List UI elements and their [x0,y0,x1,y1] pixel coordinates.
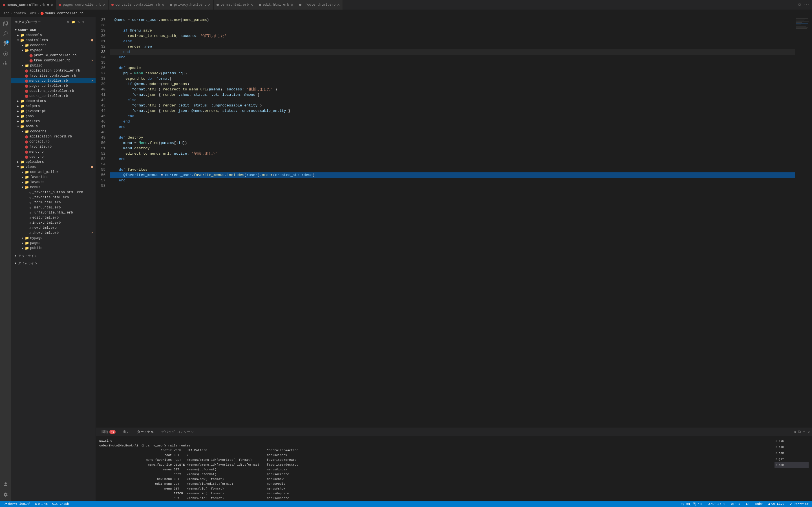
tab-menus-controller[interactable]: menus_controller.rb M ✕ [0,0,56,10]
collapse-button[interactable]: ⊟ [82,20,84,24]
sidebar-item-models[interactable]: ▼ 📂 models [11,124,96,129]
indentation-status[interactable]: スペース: 2 [706,502,726,506]
sidebar-item-models-concerns[interactable]: ▶ 📁 concerns [11,129,96,134]
sidebar-item-favorites-view[interactable]: ▶ 📁 favorites [11,175,96,180]
outline-header[interactable]: ▶ アウトライン [11,252,96,260]
sidebar-item-pages-view[interactable]: ▶ 📁 pages [11,240,96,245]
tab-privacy[interactable]: privacy.html.erb ✕ [167,0,214,10]
sidebar-item-menus-view[interactable]: ▼ 📂 menus [11,185,96,190]
sidebar-item-profile-controller[interactable]: ▶ ⬤ profile_controller.rb [11,53,96,58]
tab-close-button[interactable]: ✕ [162,3,164,7]
sidebar-item-mypage-view[interactable]: ▶ 📁 mypage [11,235,96,240]
terminal-session-git[interactable]: ⊞ git [774,456,809,462]
sidebar-item-sessions-controller[interactable]: ▶ ⬤ sessions_controller.rb [11,89,96,94]
close-panel-button[interactable]: ✕ [808,430,810,434]
activity-files-button[interactable] [2,19,10,27]
cursor-position-status[interactable]: 行 33、列 10 [680,502,703,506]
new-folder-button[interactable]: 📁 [71,20,75,24]
activity-account-button[interactable] [2,481,10,489]
errors-status[interactable]: ⊗ 0 ⚠ 46 [34,502,49,506]
activity-git-button[interactable]: 4 [2,40,10,48]
sidebar-item-mypage[interactable]: ▼ 📂 mypage [11,48,96,53]
tree-root[interactable]: ▼ CARRY_WEB [11,27,96,33]
sidebar-item-decorators[interactable]: ▶ 📁 decorators [11,99,96,104]
more-button[interactable]: ··· [86,20,92,24]
maximize-panel-button[interactable]: ⌃ [803,430,805,434]
sidebar-item-menus-controller[interactable]: ▶ ⬤ menus_controller.rb M [11,78,96,83]
more-actions-button[interactable]: ··· [803,3,810,7]
sidebar-item-application-record[interactable]: ▶ ⬤ application_record.rb [11,134,96,139]
sidebar-item-views[interactable]: ▼ 📂 views [11,165,96,170]
go-live-button[interactable]: ◉ Go Live [767,502,785,506]
add-terminal-button[interactable]: ⊕ [794,430,796,434]
split-terminal-button[interactable]: ⧉ [798,430,801,434]
sidebar-item-contact-mailer[interactable]: ▶ 📁 contact_mailer [11,170,96,175]
terminal-session-zsh-active[interactable]: ⊞ zsh [774,462,809,468]
sidebar-item-new-erb[interactable]: ▶ ◇ new.html.erb [11,225,96,230]
sidebar-item-controllers[interactable]: ▼ 📂 controllers [11,38,96,43]
sidebar-item-layouts[interactable]: ▶ 📁 layouts [11,180,96,185]
tab-footer[interactable]: _footer.html.erb ✕ [296,0,343,10]
sidebar-item-index-erb[interactable]: ▶ ◇ index.html.erb [11,220,96,225]
terminal-session-zsh-2[interactable]: ⊞ zsh [774,445,809,450]
sidebar-item-users-controller[interactable]: ▶ ⬤ users_controller.rb [11,94,96,99]
tab-close-button[interactable]: ✕ [50,3,53,7]
sidebar-item-favorite[interactable]: ▶ ⬤ favorite.rb [11,144,96,149]
tab-problems[interactable]: 問題 46 [98,428,119,436]
sidebar-item-public-controllers[interactable]: ▶ 📁 public [11,63,96,68]
sidebar-item-public-view[interactable]: ▶ 📁 public [11,245,96,251]
encoding-status[interactable]: UTF-8 [730,502,741,506]
sidebar-item-unfavorite-erb[interactable]: ▶ ◇ _unfavorite.html.erb [11,210,96,215]
sidebar-item-menu-erb[interactable]: ▶ ◇ _menu.html.erb [11,205,96,210]
sidebar-item-channels[interactable]: ▶ 📁 channels [11,33,96,38]
terminal-session-zsh-3[interactable]: ⊞ zsh [774,450,809,456]
tab-debug-console[interactable]: デバッグ コンソール [158,428,197,436]
activity-run-button[interactable] [2,50,10,58]
git-branch-status[interactable]: ⎇ dev#6-login* [2,502,32,506]
sidebar-item-favorite-button-erb[interactable]: ▶ ◇ _favorite_button.html.erb [11,190,96,195]
sidebar-item-menu[interactable]: ▶ ⬤ menu.rb [11,149,96,154]
prettier-button[interactable]: ✓ Prettier [789,502,810,506]
sidebar-item-tree-controller[interactable]: ▶ ⬤ tree_controller.rb M [11,58,96,63]
split-editor-button[interactable]: ⧉ [799,3,801,7]
terminal-content[interactable]: Exiting oobarikuto@MacBook-Air-2 carry_w… [96,436,812,501]
line-ending-status[interactable]: LF [745,502,751,506]
tab-terminal[interactable]: ターミナル [134,428,157,436]
activity-extensions-button[interactable] [2,60,10,68]
activity-search-button[interactable] [2,30,10,38]
activity-settings-button[interactable] [2,491,10,499]
sidebar-item-favorites-controller[interactable]: ▶ ⬤ favorites_controller.rb [11,73,96,78]
tab-close-button[interactable]: ✕ [337,3,340,7]
sidebar-item-uploaders[interactable]: ▶ 📁 uploaders [11,159,96,165]
sidebar-item-application-controller[interactable]: ▶ ⬤ application_controller.rb [11,68,96,73]
tab-terms[interactable]: terms.html.erb ✕ [214,0,256,10]
sidebar-item-show-erb[interactable]: ▶ ◇ show.html.erb M [11,230,96,235]
tab-edit[interactable]: edit.html.erb ✕ [256,0,296,10]
tab-close-button[interactable]: ✕ [103,3,105,7]
timeline-header[interactable]: ▶ タイムライン [11,260,96,267]
sidebar-item-concerns[interactable]: ▶ 📁 concerns [11,43,96,48]
sidebar-item-user[interactable]: ▶ ⬤ user.rb [11,154,96,159]
tab-close-button[interactable]: ✕ [251,3,253,7]
tab-output[interactable]: 出力 [119,428,133,436]
code-content[interactable]: @menu = current_user.menus.new(menu_para… [110,17,795,428]
sidebar-item-helpers[interactable]: ▶ 📁 helpers [11,104,96,109]
tab-contacts-controller[interactable]: contacts_controller.rb ✕ [109,0,167,10]
sidebar-item-favorite-erb[interactable]: ▶ ◇ _favorite.html.erb [11,195,96,200]
language-status[interactable]: Ruby [754,502,764,506]
tab-close-button[interactable]: ✕ [208,3,210,7]
sidebar-item-form-erb[interactable]: ▶ ◇ _form.html.erb [11,200,96,205]
terminal-session-zsh-1[interactable]: ⊞ zsh [774,439,809,445]
sidebar-item-pages-controller[interactable]: ▶ ⬤ pages_controller.rb [11,83,96,89]
tab-pages-controller[interactable]: pages_controller.rb ✕ [56,0,109,10]
breadcrumb-controllers[interactable]: controllers [14,11,36,15]
sidebar-item-jobs[interactable]: ▶ 📁 jobs [11,114,96,119]
breadcrumb-current-file[interactable]: menus_controller.rb [45,11,84,15]
git-graph-status[interactable]: Git Graph [51,502,70,506]
sidebar-item-mailers[interactable]: ▶ 📁 mailers [11,119,96,124]
new-file-button[interactable]: ⊕ [67,20,69,24]
sidebar-item-javascript[interactable]: ▶ 📁 javascript [11,109,96,114]
tab-close-button[interactable]: ✕ [291,3,293,7]
breadcrumb-app[interactable]: app [3,11,10,15]
sidebar-item-edit-erb[interactable]: ▶ ◇ edit.html.erb [11,215,96,220]
